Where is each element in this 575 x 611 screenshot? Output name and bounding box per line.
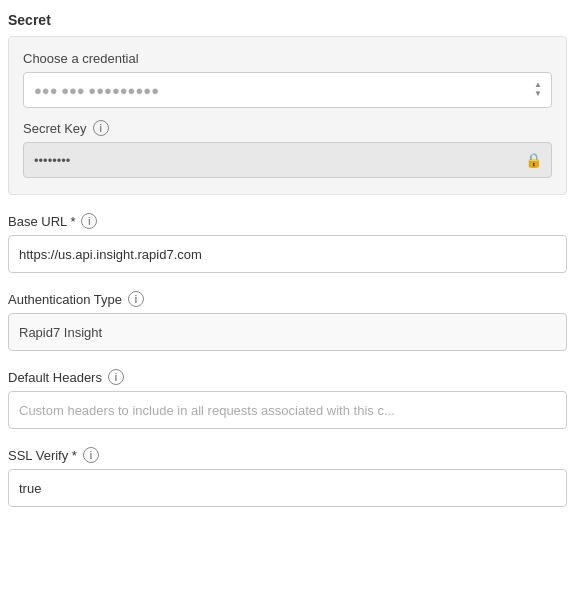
ssl-verify-label-row: SSL Verify * i <box>8 447 567 463</box>
lock-icon: 🔒 <box>525 152 542 168</box>
secret-key-input <box>23 142 552 178</box>
base-url-info-icon[interactable]: i <box>81 213 97 229</box>
default-headers-label: Default Headers <box>8 370 102 385</box>
auth-type-label-row: Authentication Type i <box>8 291 567 307</box>
secret-box: Choose a credential ▲ ▼ Secret Key i 🔒 <box>8 36 567 195</box>
secret-key-info-icon[interactable]: i <box>93 120 109 136</box>
default-headers-section: Default Headers i <box>8 369 567 429</box>
base-url-section: Base URL * i <box>8 213 567 273</box>
auth-type-input[interactable] <box>8 313 567 351</box>
credential-select-wrapper: ▲ ▼ <box>23 72 552 108</box>
base-url-label-row: Base URL * i <box>8 213 567 229</box>
choose-credential-label: Choose a credential <box>23 51 552 66</box>
ssl-verify-section: SSL Verify * i <box>8 447 567 507</box>
credential-select[interactable] <box>23 72 552 108</box>
auth-type-info-icon[interactable]: i <box>128 291 144 307</box>
secret-section-label: Secret <box>8 12 567 28</box>
secret-key-label-row: Secret Key i <box>23 120 552 136</box>
ssl-verify-input[interactable] <box>8 469 567 507</box>
ssl-verify-label: SSL Verify * <box>8 448 77 463</box>
default-headers-label-row: Default Headers i <box>8 369 567 385</box>
base-url-input[interactable] <box>8 235 567 273</box>
base-url-label: Base URL * <box>8 214 75 229</box>
ssl-verify-info-icon[interactable]: i <box>83 447 99 463</box>
default-headers-input[interactable] <box>8 391 567 429</box>
secret-key-wrapper: 🔒 <box>23 142 552 178</box>
auth-type-section: Authentication Type i <box>8 291 567 351</box>
auth-type-label: Authentication Type <box>8 292 122 307</box>
secret-key-label: Secret Key <box>23 121 87 136</box>
secret-section: Secret Choose a credential ▲ ▼ Secret Ke… <box>8 12 567 195</box>
default-headers-info-icon[interactable]: i <box>108 369 124 385</box>
